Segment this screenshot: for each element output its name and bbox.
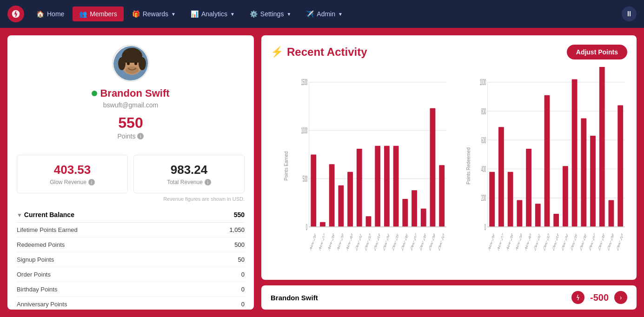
nav-analytics[interactable]: 📊 Analytics ▼ xyxy=(184,7,241,21)
svg-rect-66 xyxy=(507,172,513,227)
points-info-icon[interactable]: i xyxy=(137,133,144,139)
svg-text:800: 800 xyxy=(481,106,486,116)
svg-rect-46 xyxy=(439,165,445,227)
glow-revenue-label: Glow Revenue i xyxy=(25,179,120,185)
nav-analytics-label: Analytics xyxy=(201,10,227,18)
svg-text:Nov 30: Nov 30 xyxy=(346,231,353,252)
balance-rows: Lifetime Points Earned1,050Redeemed Poin… xyxy=(17,223,245,310)
admin-icon: ✈️ xyxy=(306,10,314,18)
nav-home-label: Home xyxy=(47,10,64,18)
bottom-member-name: Brandon Swift xyxy=(271,294,318,302)
app-logo[interactable] xyxy=(7,6,24,22)
nav-admin[interactable]: ✈️ Admin ▼ xyxy=(299,7,349,21)
balance-total-value: 550 xyxy=(234,211,245,218)
svg-text:Dec 01: Dec 01 xyxy=(534,231,541,252)
main-content: Brandon Swift bswuft@gmail.com 550 Point… xyxy=(0,28,644,317)
settings-caret: ▼ xyxy=(286,12,291,17)
pause-button[interactable]: ⏸ xyxy=(622,7,637,21)
svg-text:Nov 28: Nov 28 xyxy=(328,231,335,252)
member-email: bswuft@gmail.com xyxy=(103,101,158,109)
chart2-y-label: Points Redeemed xyxy=(466,147,471,185)
svg-rect-24 xyxy=(338,185,344,227)
svg-rect-26 xyxy=(347,172,353,227)
nav-home[interactable]: 🏠 Home xyxy=(30,7,71,21)
svg-rect-82 xyxy=(581,119,586,227)
glow-info-icon[interactable]: i xyxy=(88,179,95,185)
balance-row: Anniversary Points0 xyxy=(17,297,245,310)
svg-text:Nov 27: Nov 27 xyxy=(497,231,504,252)
settings-icon: ⚙️ xyxy=(250,10,258,18)
members-icon: 👥 xyxy=(79,10,87,18)
analytics-icon: 📊 xyxy=(191,10,199,18)
svg-rect-64 xyxy=(498,127,504,227)
lightning-icon: ⚡ xyxy=(271,46,283,58)
balance-header[interactable]: ▼ Current Balance 550 xyxy=(17,207,245,223)
activity-header: ⚡ Recent Activity Adjust Points xyxy=(271,45,627,59)
balance-row: Order Points0 xyxy=(17,267,245,282)
glow-revenue-value: 403.53 xyxy=(25,163,120,177)
svg-rect-28 xyxy=(357,149,362,227)
svg-text:400: 400 xyxy=(481,165,486,174)
home-icon: 🏠 xyxy=(36,10,44,18)
svg-text:Nov 26: Nov 26 xyxy=(488,231,495,252)
svg-text:Dec 03: Dec 03 xyxy=(374,231,381,252)
svg-text:600: 600 xyxy=(481,136,486,145)
svg-text:Dec 07: Dec 07 xyxy=(410,231,417,252)
svg-point-8 xyxy=(134,62,137,65)
svg-text:Dec 06: Dec 06 xyxy=(401,231,408,252)
nav-admin-label: Admin xyxy=(317,10,335,18)
nav-rewards[interactable]: 🎁 Rewards ▼ xyxy=(126,7,182,21)
svg-rect-40 xyxy=(412,190,417,227)
svg-rect-78 xyxy=(562,166,568,227)
chart1-container: 050010001500Nov 26Nov 27Nov 28Nov 29Nov … xyxy=(296,67,449,265)
svg-text:Dec 09: Dec 09 xyxy=(429,231,436,252)
svg-text:500: 500 xyxy=(303,174,307,184)
svg-text:Nov 29: Nov 29 xyxy=(515,231,522,252)
charts-area: Points Earned 050010001500Nov 26Nov 27No… xyxy=(271,67,627,265)
svg-text:Dec 09: Dec 09 xyxy=(607,231,614,252)
svg-text:Nov 30: Nov 30 xyxy=(524,231,531,252)
svg-text:Dec 04: Dec 04 xyxy=(561,231,568,252)
svg-rect-30 xyxy=(366,216,372,227)
svg-rect-90 xyxy=(617,106,623,227)
svg-rect-32 xyxy=(375,146,380,227)
points-display: 550 xyxy=(118,114,143,132)
balance-row: Birthday Points0 xyxy=(17,282,245,297)
nav-settings[interactable]: ⚙️ Settings ▼ xyxy=(243,7,298,21)
svg-rect-84 xyxy=(590,136,596,227)
chart-redeemed: Points Redeemed 02004006008001000Nov 26N… xyxy=(449,67,628,265)
total-revenue-card: 983.24 Total Revenue i xyxy=(133,155,245,193)
svg-rect-86 xyxy=(599,67,604,227)
nav-members-label: Members xyxy=(90,10,117,18)
svg-rect-6 xyxy=(122,53,142,63)
balance-caret-icon: ▼ xyxy=(17,212,22,218)
svg-text:Dec 06: Dec 06 xyxy=(579,231,586,252)
svg-text:Dec 01: Dec 01 xyxy=(355,231,362,252)
avatar xyxy=(112,45,149,82)
revenue-cards: 403.53 Glow Revenue i 983.24 Total Reven… xyxy=(17,155,245,193)
svg-text:Dec 02: Dec 02 xyxy=(543,231,550,252)
bottom-arrow-icon[interactable]: › xyxy=(614,291,627,304)
total-info-icon[interactable]: i xyxy=(205,179,211,185)
member-name: Brandon Swift xyxy=(92,87,169,99)
chart1-y-label: Points Earned xyxy=(284,152,289,181)
svg-rect-76 xyxy=(553,214,559,227)
profile-header: Brandon Swift bswuft@gmail.com 550 Point… xyxy=(17,45,245,147)
svg-text:1000: 1000 xyxy=(479,78,485,87)
svg-rect-42 xyxy=(421,209,426,227)
svg-text:Dec 10: Dec 10 xyxy=(438,231,445,252)
chart2-container: 02004006008001000Nov 26Nov 27Nov 28Nov 2… xyxy=(475,67,628,265)
bottom-activity-row: Brandon Swift -500 › xyxy=(261,285,637,310)
points-label: Points i xyxy=(118,132,144,140)
svg-text:Nov 26: Nov 26 xyxy=(310,231,317,252)
admin-caret: ▼ xyxy=(338,12,343,17)
svg-text:Dec 02: Dec 02 xyxy=(365,231,372,252)
right-panel: ⚡ Recent Activity Adjust Points Points E… xyxy=(261,35,637,310)
svg-text:1000: 1000 xyxy=(301,126,307,135)
nav-settings-label: Settings xyxy=(260,10,284,18)
svg-rect-72 xyxy=(535,204,540,227)
svg-text:Dec 07: Dec 07 xyxy=(589,231,596,252)
adjust-points-button[interactable]: Adjust Points xyxy=(567,45,627,59)
balance-section: ▼ Current Balance 550 Lifetime Points Ea… xyxy=(17,207,245,310)
nav-members[interactable]: 👥 Members xyxy=(73,7,123,21)
